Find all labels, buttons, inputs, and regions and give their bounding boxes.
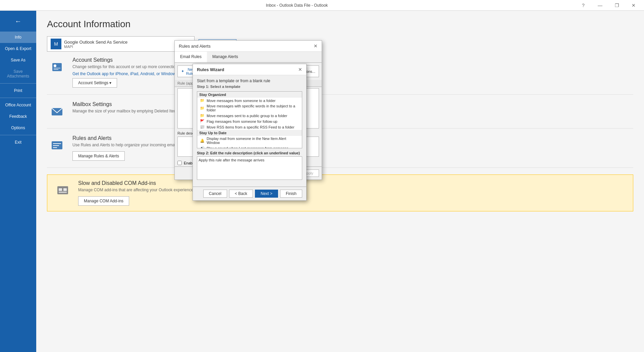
new-rule-icon: ✦ [181,69,184,73]
folder-icon: 📁 [200,98,205,103]
tab-manage-alerts[interactable]: Manage Alerts [207,52,244,62]
mailbox-settings-content: Mailbox Settings Manage the size of your… [72,101,633,115]
wizard-item-label: Display mail from someone in the New Ite… [207,137,299,145]
wizard-step1-label: Step 1: Select a template [197,85,302,89]
wizard-item-label: Play a sound when I get messages from so… [207,146,288,149]
rules-alerts-icon [47,135,67,155]
wizard-section-stay-organized: Stay Organized [197,92,302,98]
flag-icon: 🚩 [200,119,205,123]
page-title: Account Information [47,19,633,30]
com-addins-icon [53,180,73,200]
title-bar-controls: ? — ❐ ✕ [576,0,641,11]
sidebar-item-exit[interactable]: Exit [0,137,36,148]
rules-alerts-section: Rules and Alerts Use Rules and Alerts to… [47,135,633,168]
wizard-item-label: Move messages with specific words in the… [207,104,299,112]
wizard-item-move-rss[interactable]: 📰 Move RSS items from a specific RSS Fee… [197,124,302,130]
rules-alerts-title: Rules and Alerts [72,135,633,141]
account-icon: M [51,39,61,49]
account-settings-icon [47,57,67,77]
wizard-item-play-sound[interactable]: 🔊 Play a sound when I get messages from … [197,145,302,148]
svg-rect-11 [63,188,67,191]
sidebar-item-open-export[interactable]: Open & Export [0,43,36,54]
maximize-button[interactable]: ❐ [609,0,625,11]
svg-rect-8 [53,147,57,148]
minimize-button[interactable]: — [592,0,608,11]
main-content: Account Information M Google Outlook Sen… [36,11,644,352]
wizard-item-label: Move messages sent to a public group to … [207,114,287,118]
manage-rules-button[interactable]: Manage Rules & Alerts [72,151,125,161]
title-bar-title: Inbox - Outlook Data File - Outlook [18,3,576,8]
sidebar-item-label: Save As [11,58,25,62]
sidebar-item-label: Print [14,88,22,93]
svg-rect-6 [53,143,61,144]
wizard-item-move-someone[interactable]: 📁 Move messages from someone to a folder [197,98,302,103]
rules-alerts-svg [50,139,64,152]
close-button[interactable]: ✕ [626,0,641,11]
svg-rect-10 [59,188,62,191]
wizard-back-button[interactable]: < Back [229,190,253,198]
tab-email-rules[interactable]: Email Rules [175,52,207,62]
mailbox-settings-desc: Manage the size of your mailbox by empty… [72,109,633,113]
account-selector-text: Google Outlook Send As Service MAPI [64,40,185,49]
sound-icon: 🔊 [200,146,205,148]
rules-window-title-text: Rules and Alerts [179,44,211,49]
account-settings-title: Account Settings [72,57,633,63]
rules-window-tabs: Email Rules Manage Alerts [175,52,322,63]
com-addins-svg [56,184,69,197]
account-name: Google Outlook Send As Service [64,40,185,45]
wizard-item-move-words[interactable]: 📁 Move messages with specific words in t… [197,103,302,113]
wizard-close-button[interactable]: ✕ [298,67,302,72]
sidebar-item-info[interactable]: Info [0,32,36,43]
sidebar-item-save-attachments: Save Attachments [0,66,36,82]
title-bar: Inbox - Outlook Data File - Outlook ? — … [0,0,644,11]
rules-alerts-desc: Use Rules and Alerts to help organize yo… [72,143,633,147]
wizard-item-move-public[interactable]: 📁 Move messages sent to a public group t… [197,113,302,118]
account-settings-section: Account Settings Change settings for thi… [47,57,633,95]
svg-rect-1 [54,64,56,67]
sidebar-item-feedback[interactable]: Feedback [0,111,36,122]
rules-alerts-content: Rules and Alerts Use Rules and Alerts to… [72,135,633,161]
rules-window-close-button[interactable]: ✕ [314,43,318,49]
rules-enable-checkbox[interactable] [177,161,182,165]
svg-rect-0 [52,63,62,71]
account-settings-desc: Change settings for this account or set … [72,64,633,69]
sidebar-item-label: Info [15,35,21,40]
back-button[interactable]: ← [10,13,26,29]
sidebar-item-print[interactable]: Print [0,85,36,96]
wizard-finish-button[interactable]: Finish [280,190,302,198]
com-addins-section: Slow and Disabled COM Add-ins Manage COM… [47,174,633,211]
svg-rect-12 [59,192,67,193]
account-settings-content: Account Settings Change settings for thi… [72,57,633,88]
rules-wizard-dialog: Rules Wizard ✕ Start from a template or … [193,64,307,201]
sidebar-item-label: Feedback [9,114,27,119]
sidebar-item-options[interactable]: Options [0,122,36,134]
sidebar-divider-3 [0,135,36,135]
sidebar-item-label: Open & Export [5,46,32,51]
sidebar-item-label: Options [11,125,25,130]
wizard-item-display-mail[interactable]: 🔔 Display mail from someone in the New I… [197,136,302,145]
mailbox-settings-title: Mailbox Settings [72,101,633,107]
account-selector[interactable]: M Google Outlook Send As Service MAPI ▼ [47,36,195,52]
mailbox-settings-icon [47,101,67,121]
rules-window-title-bar: Rules and Alerts ✕ [175,41,322,52]
help-button[interactable]: ? [576,0,591,11]
sidebar-item-save-as[interactable]: Save As [0,54,36,66]
folder-icon: 📁 [200,106,205,110]
sidebar: ← Info Open & Export Save As Save Attach… [0,11,36,352]
account-settings-button[interactable]: Account Settings ▾ [72,78,117,88]
sidebar-item-label: Save Attachments [7,69,30,79]
folder-icon: 📁 [200,113,205,118]
wizard-item-flag-followup[interactable]: 🚩 Flag messages from someone for follow-… [197,118,302,124]
wizard-item-label: Move RSS items from a specific RSS Feed … [207,125,294,129]
wizard-body: Start from a template or from a blank ru… [193,75,306,187]
wizard-next-button[interactable]: Next > [255,190,278,198]
wizard-template-list[interactable]: Stay Organized 📁 Move messages from some… [197,91,302,148]
sidebar-divider-2 [0,98,36,98]
wizard-cancel-button[interactable]: Cancel [203,190,227,198]
sidebar-item-label: Office Account [5,103,31,107]
wizard-title-text: Rules Wizard [197,67,224,72]
svg-rect-7 [53,145,59,146]
sidebar-item-office-account[interactable]: Office Account [0,99,36,111]
manage-com-addins-button[interactable]: Manage COM Add-ins [78,196,129,206]
wizard-title-bar: Rules Wizard ✕ [193,64,306,75]
